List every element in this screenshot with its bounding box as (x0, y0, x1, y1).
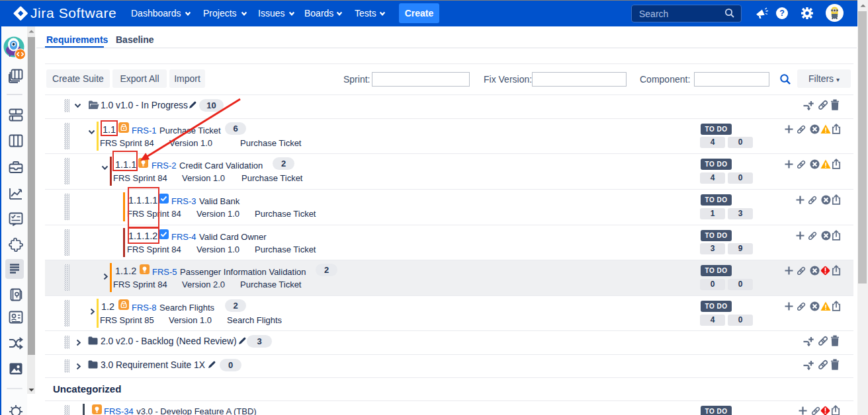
svg-text:?: ? (779, 9, 785, 18)
